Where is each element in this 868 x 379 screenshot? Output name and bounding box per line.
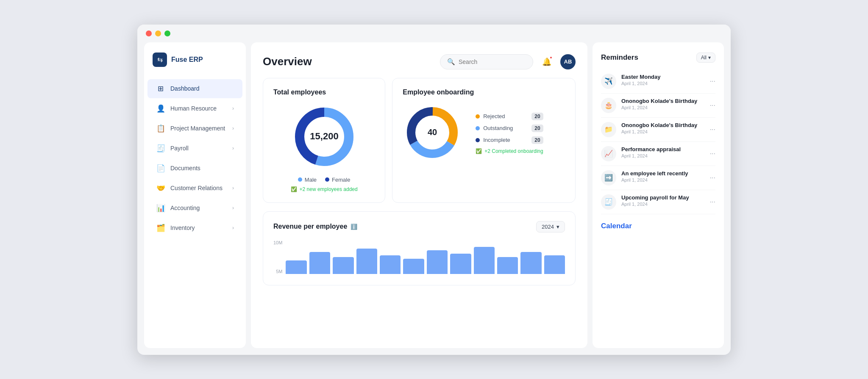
sidebar-item-accounting[interactable]: 📊 Accounting › xyxy=(147,199,242,218)
revenue-header: Revenue per employee ℹ️ 2024 ▾ xyxy=(273,221,565,232)
sidebar-item-label: Payroll xyxy=(170,145,189,152)
documents-icon: 📄 xyxy=(156,164,165,173)
legend-female: Female xyxy=(325,177,350,183)
search-icon: 🔍 xyxy=(447,58,455,66)
close-dot[interactable] xyxy=(146,30,152,36)
bar-nov xyxy=(520,252,541,274)
notification-badge xyxy=(549,56,553,59)
reminder-icon: ✈️ xyxy=(601,74,616,89)
chevron-right-icon: › xyxy=(232,185,234,191)
bar-oct xyxy=(497,257,518,274)
titlebar xyxy=(137,25,731,42)
reminder-date: April 1, 2024 xyxy=(621,177,705,183)
reminder-info: Easter Monday April 1, 2024 xyxy=(621,74,705,86)
reminder-more-button[interactable]: ··· xyxy=(710,174,715,182)
reminder-item: 🎂 Ononogbo Kolade's Birthday April 1, 20… xyxy=(601,94,715,118)
logo-symbol: ⇆ xyxy=(157,55,163,64)
minimize-dot[interactable] xyxy=(155,30,161,36)
reminder-info: Performance appraisal April 1, 2024 xyxy=(621,146,705,158)
notifications-button[interactable]: 🔔 xyxy=(539,54,554,69)
reminder-item: 📈 Performance appraisal April 1, 2024 ··… xyxy=(601,142,715,166)
cards-row: Total employees 15,200 xyxy=(263,78,576,203)
dashboard-icon: ⊞ xyxy=(156,84,165,93)
sidebar-item-customer-relations[interactable]: 🤝 Customer Relations › xyxy=(147,179,242,198)
calendar-title: Calendar xyxy=(601,222,715,230)
human-resource-icon: 👤 xyxy=(156,104,165,113)
total-employees-title: Total employees xyxy=(273,89,375,96)
sidebar-item-label: Human Resource xyxy=(170,105,217,112)
sidebar-item-label: Documents xyxy=(170,165,200,172)
chevron-down-icon: ▾ xyxy=(556,224,559,230)
onboarding-title: Employee onboarding xyxy=(403,89,565,96)
outstanding-label: Outstanding xyxy=(483,125,513,131)
logo: ⇆ Fuse ERP xyxy=(144,53,246,79)
onboarding-value: 40 xyxy=(428,127,437,137)
maximize-dot[interactable] xyxy=(164,30,170,36)
inventory-icon: 🗂️ xyxy=(156,224,165,232)
reminder-icon: ➡️ xyxy=(601,170,616,185)
app-body: ⇆ Fuse ERP ⊞ Dashboard 👤 Human Resource … xyxy=(137,42,731,355)
reminder-more-button[interactable]: ··· xyxy=(710,198,715,206)
sidebar-item-project-management[interactable]: 📋 Project Management › xyxy=(147,119,242,138)
y-label-10m: 10M xyxy=(273,240,282,245)
sidebar-item-human-resource[interactable]: 👤 Human Resource › xyxy=(147,99,242,118)
reminders-filter-button[interactable]: All ▾ xyxy=(696,53,715,63)
revenue-section: Revenue per employee ℹ️ 2024 ▾ 10M 5M xyxy=(263,211,576,285)
reminder-name: An employee left recently xyxy=(621,170,705,177)
bar-jul xyxy=(427,250,448,274)
reminder-name: Easter Monday xyxy=(621,74,705,80)
reminders-header: Reminders All ▾ xyxy=(601,53,715,63)
sidebar-item-payroll[interactable]: 🧾 Payroll › xyxy=(147,139,242,158)
reminder-more-button[interactable]: ··· xyxy=(710,102,715,109)
reminder-name: Ononogbo Kolade's Birthday xyxy=(621,122,705,128)
chevron-right-icon: › xyxy=(232,225,234,231)
revenue-title: Revenue per employee ℹ️ xyxy=(273,223,357,230)
reminder-item: 🧾 Upcoming payroll for May April 1, 2024… xyxy=(601,190,715,214)
rejected-badge: 20 xyxy=(531,113,543,120)
bar-jun xyxy=(403,259,424,274)
right-panel: Reminders All ▾ ✈️ Easter Monday April 1… xyxy=(593,42,724,348)
reminder-icon: 📁 xyxy=(601,122,616,137)
sidebar-item-inventory[interactable]: 🗂️ Inventory › xyxy=(147,219,242,238)
sidebar-item-label: Project Management xyxy=(170,125,225,132)
revenue-title-text: Revenue per employee xyxy=(273,223,347,230)
reminder-date: April 1, 2024 xyxy=(621,153,705,158)
sidebar-item-dashboard[interactable]: ⊞ Dashboard xyxy=(147,79,242,98)
search-box[interactable]: 🔍 xyxy=(440,54,533,69)
header-right: 🔍 🔔 AB xyxy=(440,54,576,69)
reminder-name: Ononogbo Kolade's Birthday xyxy=(621,98,705,104)
reminder-item: 📁 Ononogbo Kolade's Birthday April 1, 20… xyxy=(601,118,715,142)
completed-onboarding-note: ✅ +2 Completed onboarding xyxy=(476,148,543,154)
reminder-more-button[interactable]: ··· xyxy=(710,150,715,158)
reminder-info: Ononogbo Kolade's Birthday April 1, 2024 xyxy=(621,98,705,110)
onboarding-card: Employee onboarding xyxy=(392,78,576,203)
sidebar-item-documents[interactable]: 📄 Documents xyxy=(147,159,242,178)
reminder-info: Ononogbo Kolade's Birthday April 1, 2024 xyxy=(621,122,705,134)
bar-apr xyxy=(356,249,377,274)
onboarding-donut-svg: 40 xyxy=(403,103,462,162)
outstanding-badge: 20 xyxy=(531,124,543,132)
onboarding-inner: 40 Rejected 20 xyxy=(403,103,565,164)
reminders-title: Reminders xyxy=(601,53,638,62)
chevron-right-icon: › xyxy=(232,205,234,211)
male-dot xyxy=(298,177,302,182)
donut-chart-svg: 15,200 xyxy=(290,103,358,171)
reminder-icon: 🎂 xyxy=(601,98,616,113)
incomplete-dot xyxy=(476,138,480,142)
search-input[interactable] xyxy=(459,58,526,65)
total-employees-legend: Male Female xyxy=(298,177,351,183)
bar-aug xyxy=(450,254,471,274)
year-selector[interactable]: 2024 ▾ xyxy=(536,221,565,232)
total-employees-chart: 15,200 Male Female xyxy=(273,103,375,192)
project-management-icon: 📋 xyxy=(156,124,165,133)
onboarding-legend: Rejected 20 Outstanding 20 xyxy=(476,113,543,144)
bar-dec xyxy=(544,255,565,274)
sidebar: ⇆ Fuse ERP ⊞ Dashboard 👤 Human Resource … xyxy=(144,42,246,348)
reminder-more-button[interactable]: ··· xyxy=(710,126,715,133)
reminder-more-button[interactable]: ··· xyxy=(710,77,715,85)
new-employees-note: ✅ +2 new employees added xyxy=(291,186,358,192)
avatar[interactable]: AB xyxy=(560,54,576,69)
check-icon: ✅ xyxy=(291,186,297,192)
total-employees-card: Total employees 15,200 xyxy=(263,78,385,203)
check-icon: ✅ xyxy=(476,148,482,154)
